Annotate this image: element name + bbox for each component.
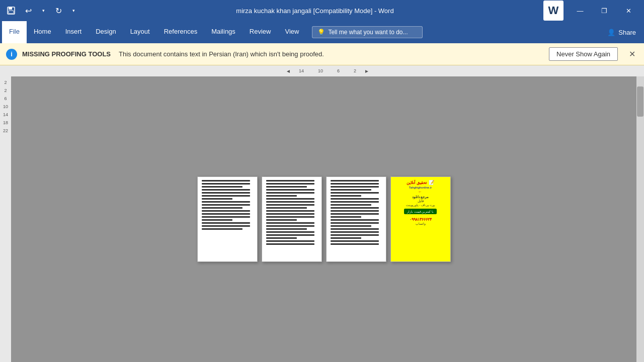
notification-bar: i MISSING PROOFING TOOLS This document c…: [0, 43, 644, 65]
tell-me-area[interactable]: 💡 Tell me what you want to do...: [306, 21, 601, 43]
pages-row: تحقیق آنلاین 📝 Tahghighonline.ir ← مرجع …: [197, 176, 451, 262]
never-show-again-button[interactable]: Never Show Again: [549, 47, 618, 61]
ruler-mark-10: 10: [311, 68, 330, 73]
page-thumbnail-4-ad[interactable]: تحقیق آنلاین 📝 Tahghighonline.ir ← مرجع …: [390, 176, 451, 262]
tell-me-input[interactable]: 💡 Tell me what you want to do...: [312, 26, 423, 38]
lightbulb-icon: 💡: [317, 29, 325, 36]
horizontal-ruler: ◄ 14 10 6 2 ►: [0, 65, 644, 76]
ad-line1: مرجع دانلود: [412, 195, 429, 199]
page-thumbnail-2[interactable]: [262, 176, 322, 262]
ad-phone: ۰۹۹۸۱۳۶۶۶۲۴: [410, 217, 432, 222]
ad-line2: فایل: [418, 199, 424, 203]
notif-body-text: This document contains text in Persian (…: [119, 50, 544, 58]
close-button[interactable]: ✕: [617, 0, 640, 21]
tab-references[interactable]: References: [157, 21, 204, 43]
page2-content: [262, 177, 321, 249]
save-icon[interactable]: [4, 4, 18, 18]
ad-arrow-icon: ←: [418, 190, 422, 194]
window-controls: W — ❐ ✕: [543, 0, 640, 21]
page3-content: [327, 177, 386, 249]
person-icon: 👤: [607, 29, 615, 36]
tab-review[interactable]: Review: [243, 21, 278, 43]
undo-area: ↩ ▾ ↻ ▾: [21, 4, 80, 18]
word-logo: W: [543, 1, 564, 21]
tab-view[interactable]: View: [278, 21, 306, 43]
minimize-button[interactable]: —: [569, 0, 592, 21]
notification-close-button[interactable]: ✕: [626, 48, 638, 60]
quick-access-dropdown[interactable]: ▾: [66, 4, 80, 18]
vertical-scrollbar[interactable]: [636, 76, 644, 362]
svg-rect-1: [9, 7, 12, 10]
scroll-thumb[interactable]: [637, 86, 643, 117]
tab-insert[interactable]: Insert: [58, 21, 89, 43]
info-icon: i: [6, 49, 17, 60]
ruler-mark-2: 2: [347, 68, 363, 73]
ruler-arrow-left: ◄: [286, 68, 291, 74]
notif-bold-text: MISSING PROOFING TOOLS: [22, 50, 111, 58]
title-bar: ↩ ▾ ↻ ▾ mirza kuchak khan jangali [Compa…: [0, 0, 644, 21]
ribbon: File Home Insert Design Layout Reference…: [0, 21, 644, 43]
ruler-arrow-right: ►: [364, 68, 369, 74]
ad-footer: واتساپ: [416, 222, 426, 225]
tab-file[interactable]: File: [2, 21, 27, 43]
redo-button[interactable]: ↻: [51, 4, 65, 18]
vertical-ruler: 2 2 6 10 14 18 22: [0, 76, 11, 362]
page-thumbnail-1[interactable]: [197, 176, 258, 262]
document-canvas: تحقیق آنلاین 📝 Tahghighonline.ir ← مرجع …: [11, 76, 636, 362]
main-content-area: 2 2 6 10 14 18 22: [0, 76, 644, 362]
ad-price-box: با کمترین قیمت بازار: [404, 209, 437, 214]
share-label: Share: [618, 29, 636, 36]
tab-mailings[interactable]: Mailings: [204, 21, 243, 43]
ruler-scale: ◄ 14 10 6 2 ►: [11, 65, 644, 76]
share-button[interactable]: 👤 Share: [601, 21, 642, 43]
ruler-marks: ◄ 14 10 6 2 ►: [286, 68, 369, 74]
tab-layout[interactable]: Layout: [123, 21, 157, 43]
ad-title-icon: 📝: [429, 180, 434, 185]
tell-me-placeholder: Tell me what you want to do...: [328, 29, 408, 36]
ruler-mark-6: 6: [330, 68, 347, 73]
window-title: mirza kuchak khan jangali [Compatibility…: [87, 7, 543, 15]
page1-content: [198, 177, 257, 248]
ad-line3: ورد-پی.اف - پاورپوینت: [406, 203, 435, 207]
undo-button[interactable]: ↩: [21, 4, 35, 18]
tab-design[interactable]: Design: [89, 21, 123, 43]
page-thumbnail-3[interactable]: [326, 176, 386, 262]
ad-title-text: تحقیق آنلاین: [407, 180, 426, 185]
ruler-mark-14: 14: [292, 68, 311, 73]
ruler-corner: [0, 65, 11, 76]
restore-button[interactable]: ❐: [593, 0, 616, 21]
ad-site-url: Tahghighonline.ir: [409, 186, 432, 189]
svg-rect-2: [9, 11, 14, 14]
undo-dropdown[interactable]: ▾: [36, 4, 50, 18]
tab-home[interactable]: Home: [27, 21, 58, 43]
vertical-ruler-marks: 2 2 6 10 14 18 22: [3, 78, 8, 135]
